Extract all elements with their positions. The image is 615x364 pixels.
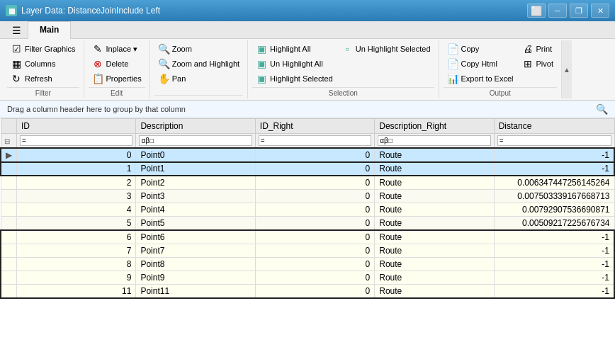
cell-distance: -1 bbox=[494, 230, 614, 244]
highlight-all-button[interactable]: ▣ Highlight All bbox=[252, 42, 337, 56]
table-row[interactable]: ▶0Point00Route-1 bbox=[1, 148, 614, 162]
row-indicator bbox=[1, 203, 17, 217]
col-header-desc-right[interactable]: Description_Right bbox=[375, 119, 494, 134]
table-row[interactable]: 1Point10Route-1 bbox=[1, 162, 614, 176]
zoom-highlight-button[interactable]: 🔍 Zoom and Highlight bbox=[154, 57, 243, 71]
search-icon[interactable]: 🔍 bbox=[596, 103, 608, 115]
delete-icon: ⊗ bbox=[92, 58, 103, 69]
table-row[interactable]: 9Point90Route-1 bbox=[1, 271, 614, 285]
pivot-icon: ⊞ bbox=[522, 58, 534, 69]
filter-desc-right-cell[interactable] bbox=[375, 134, 494, 149]
col-header-id-right[interactable]: ID_Right bbox=[255, 119, 374, 134]
cell-id-right: 0 bbox=[255, 162, 374, 176]
copy-button[interactable]: 📄 Copy bbox=[444, 42, 517, 56]
filter-id-input[interactable] bbox=[20, 135, 132, 146]
cell-id-right: 0 bbox=[255, 258, 374, 271]
highlight-selected-button[interactable]: ▣ Highlight Selected bbox=[252, 72, 337, 86]
cell-id: 8 bbox=[17, 258, 136, 271]
filter-desc-input[interactable] bbox=[139, 135, 252, 146]
cell-id-right: 0 bbox=[255, 285, 374, 299]
filter-id-right-input[interactable] bbox=[259, 135, 371, 146]
cell-desc-right: Route bbox=[375, 176, 494, 190]
filter-graphics-icon: ☑ bbox=[11, 43, 22, 55]
properties-button[interactable]: 📋 Properties bbox=[89, 72, 145, 86]
maximize-button[interactable]: ❐ bbox=[570, 4, 588, 18]
table-row[interactable]: 6Point60Route-1 bbox=[1, 230, 614, 244]
cell-id-right: 0 bbox=[255, 230, 374, 244]
pivot-button[interactable]: ⊞ Pivot bbox=[519, 57, 557, 71]
column-header-row: ID Description ID_Right Description_Righ… bbox=[1, 119, 614, 134]
filter-row-indicator: ⊟ bbox=[1, 134, 17, 149]
copy-html-button[interactable]: 📄 Copy Html bbox=[444, 57, 517, 71]
highlight-selected-label: Highlight Selected bbox=[270, 74, 333, 83]
col-header-distance[interactable]: Distance bbox=[494, 119, 614, 134]
col-header-id[interactable]: ID bbox=[17, 119, 136, 134]
tab-main[interactable]: Main bbox=[28, 21, 71, 39]
inplace-button[interactable]: ✎ Inplace ▾ bbox=[89, 42, 145, 56]
output-group-label: Output bbox=[444, 87, 557, 97]
table-row[interactable]: 4Point40Route0.007929075366​90871 bbox=[1, 203, 614, 217]
filter-desc-cell[interactable] bbox=[136, 134, 255, 149]
cell-id: 5 bbox=[17, 217, 136, 231]
zoom-label: Zoom bbox=[172, 45, 192, 53]
copy-html-label: Copy Html bbox=[461, 59, 497, 68]
table-row[interactable]: 11Point110Route-1 bbox=[1, 285, 614, 299]
table-row[interactable]: 3Point30Route0.007503339167668713 bbox=[1, 190, 614, 203]
grid-container[interactable]: ID Description ID_Right Description_Righ… bbox=[0, 118, 615, 364]
filter-graphics-label: Filter Graphics bbox=[25, 45, 76, 53]
table-row[interactable]: 8Point80Route-1 bbox=[1, 258, 614, 271]
filter-distance-input[interactable] bbox=[497, 135, 611, 146]
un-highlight-all-icon: ▣ bbox=[256, 58, 267, 69]
columns-icon: ▦ bbox=[11, 58, 22, 69]
row-indicator bbox=[1, 217, 17, 231]
restore-button[interactable]: ⬜ bbox=[527, 4, 546, 18]
cell-description: Point8 bbox=[136, 258, 255, 271]
un-highlight-selected-button[interactable]: ▫ Un Highlight Selected bbox=[338, 42, 434, 56]
cell-distance: 0.007503339167668713 bbox=[494, 190, 614, 203]
cell-id: 11 bbox=[17, 285, 136, 299]
cell-description: Point4 bbox=[136, 203, 255, 217]
col-header-description[interactable]: Description bbox=[136, 119, 255, 134]
drag-hint-bar: Drag a column header here to group by th… bbox=[0, 101, 615, 118]
close-button[interactable]: ✕ bbox=[591, 4, 609, 18]
properties-icon: 📋 bbox=[92, 73, 103, 84]
filter-distance-cell[interactable] bbox=[494, 134, 614, 149]
export-excel-button[interactable]: 📊 Export to Excel bbox=[444, 72, 517, 86]
delete-button[interactable]: ⊗ Delete bbox=[89, 57, 145, 71]
highlight-all-icon: ▣ bbox=[256, 43, 267, 55]
minimize-button[interactable]: ─ bbox=[548, 4, 567, 18]
cell-desc-right: Route bbox=[375, 148, 494, 162]
filter-graphics-button[interactable]: ☑ Filter Graphics bbox=[7, 42, 79, 56]
selection-group-label: Selection bbox=[252, 87, 434, 97]
pan-button[interactable]: ✋ Pan bbox=[154, 72, 243, 86]
cell-id: 9 bbox=[17, 271, 136, 285]
ribbon-group-output: 📄 Copy 📄 Copy Html 📊 Export to Excel 🖨 bbox=[439, 40, 562, 98]
filter-desc-right-input[interactable] bbox=[378, 135, 490, 146]
columns-button[interactable]: ▦ Columns bbox=[7, 57, 79, 71]
filter-id-right-cell[interactable] bbox=[255, 134, 374, 149]
cell-id-right: 0 bbox=[255, 190, 374, 203]
table-row[interactable]: 2Point20Route0.0063474472561​45264 bbox=[1, 176, 614, 190]
row-indicator bbox=[1, 190, 17, 203]
table-row[interactable]: 7Point70Route-1 bbox=[1, 244, 614, 258]
row-indicator-header bbox=[1, 119, 17, 134]
ribbon-collapse-button[interactable]: ▲ bbox=[562, 40, 572, 98]
table-body: ▶0Point00Route-11Point10Route-12Point20R… bbox=[1, 148, 614, 298]
zoom-button[interactable]: 🔍 Zoom bbox=[154, 42, 243, 56]
un-highlight-all-button[interactable]: ▣ Un Highlight All bbox=[252, 57, 337, 71]
zoom-highlight-label: Zoom and Highlight bbox=[172, 59, 239, 68]
inplace-label: Inplace ▾ bbox=[106, 45, 138, 54]
filter-id-cell[interactable] bbox=[17, 134, 136, 149]
ribbon: ☰ Main ☑ Filter Graphics ▦ Columns ↻ bbox=[0, 21, 615, 101]
refresh-label: Refresh bbox=[25, 74, 52, 83]
title-bar: ▦ Layer Data: DistanceJoinInclude Left ⬜… bbox=[0, 0, 615, 21]
cell-desc-right: Route bbox=[375, 203, 494, 217]
app-menu-button[interactable]: ☰ bbox=[6, 21, 28, 39]
refresh-button[interactable]: ↻ Refresh bbox=[7, 72, 79, 86]
export-excel-icon: 📊 bbox=[447, 73, 458, 84]
print-button[interactable]: 🖨 Print bbox=[519, 42, 557, 56]
cell-id-right: 0 bbox=[255, 176, 374, 190]
table-row[interactable]: 5Point50Route0.005092172256​76734 bbox=[1, 217, 614, 231]
ribbon-tabs: ☰ Main bbox=[0, 21, 615, 39]
row-indicator bbox=[1, 162, 17, 176]
